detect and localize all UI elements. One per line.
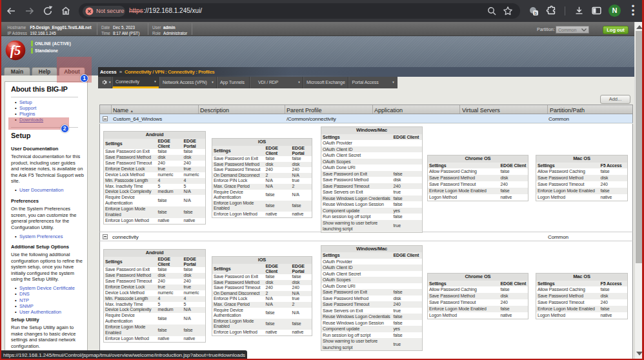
svg-text:f5: f5 (10, 43, 21, 58)
svg-text:b: b (534, 11, 537, 15)
